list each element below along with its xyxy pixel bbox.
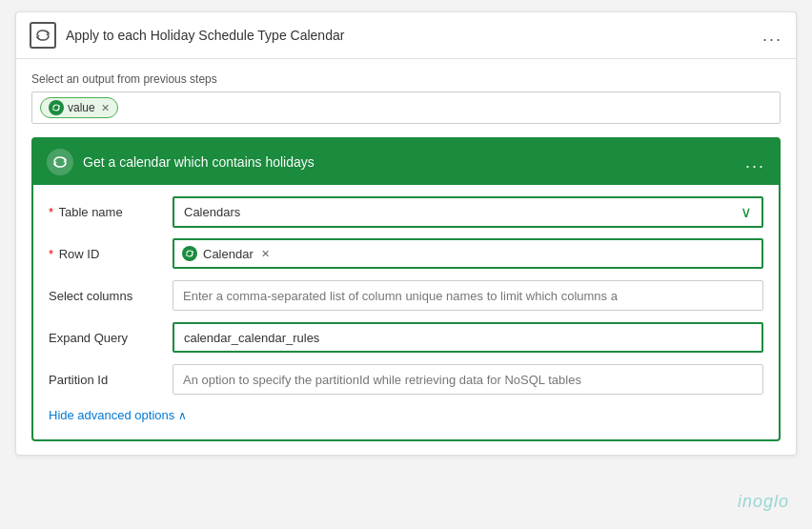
outer-card: Apply to each Holiday Schedule Type Cale…	[15, 11, 797, 456]
row-id-label: * Row ID	[49, 247, 173, 261]
row-id-input-wrap: Calendar ✕	[173, 238, 763, 269]
hide-advanced-button[interactable]: Hide advanced options ∧	[49, 404, 187, 426]
expand-query-row: Expand Query	[49, 320, 763, 355]
value-token: value ✕	[40, 97, 118, 118]
outer-header: Apply to each Holiday Schedule Type Cale…	[16, 12, 796, 59]
table-name-row: * Table name Calendars ∨	[49, 194, 763, 229]
table-name-dropdown[interactable]: Calendars ∨	[173, 196, 763, 228]
value-token-close[interactable]: ✕	[101, 102, 110, 114]
loop-icon	[30, 22, 56, 49]
watermark: inoglo	[738, 492, 789, 512]
table-name-label: * Table name	[49, 205, 173, 219]
required-star-2: *	[49, 247, 53, 261]
outer-body: Select an output from previous steps val…	[16, 59, 796, 455]
output-label: Select an output from previous steps	[31, 72, 781, 86]
table-name-value: Calendars	[184, 205, 240, 219]
expand-query-input-wrap	[173, 322, 763, 353]
table-name-input-wrap: Calendars ∨	[173, 196, 763, 228]
chevron-up-icon: ∧	[178, 409, 187, 422]
select-columns-input-wrap	[173, 280, 763, 311]
select-columns-label: Select columns	[49, 289, 173, 303]
outer-more-menu[interactable]: ...	[762, 27, 782, 44]
inner-card: Get a calendar which contains holidays .…	[31, 137, 781, 441]
dropdown-arrow-icon: ∨	[741, 203, 752, 221]
value-token-text: value	[68, 101, 95, 114]
row-id-row: * Row ID Calendar	[49, 236, 763, 271]
inner-body: * Table name Calendars ∨ * Row ID	[33, 185, 779, 439]
calendar-token-text: Calendar	[203, 247, 254, 261]
select-columns-input[interactable]	[173, 280, 763, 311]
row-id-field[interactable]: Calendar ✕	[173, 238, 763, 269]
value-token-icon	[49, 100, 64, 115]
outer-title: Apply to each Holiday Schedule Type Cale…	[66, 28, 753, 43]
partition-id-input[interactable]	[173, 364, 763, 395]
select-columns-row: Select columns	[49, 278, 763, 313]
calendar-token-icon	[182, 246, 197, 261]
partition-id-label: Partition Id	[49, 373, 173, 387]
required-star-1: *	[49, 205, 53, 219]
expand-query-input[interactable]	[173, 322, 763, 353]
expand-query-label: Expand Query	[49, 331, 173, 345]
hide-advanced-label: Hide advanced options	[49, 408, 174, 422]
dataverse-icon	[47, 149, 73, 175]
partition-id-input-wrap	[173, 364, 763, 395]
inner-title: Get a calendar which contains holidays	[83, 154, 736, 170]
output-token-input[interactable]: value ✕	[31, 92, 781, 124]
calendar-token-close[interactable]: ✕	[261, 248, 270, 260]
inner-header: Get a calendar which contains holidays .…	[33, 139, 779, 185]
inner-more-menu[interactable]: ...	[745, 153, 765, 171]
partition-id-row: Partition Id	[49, 362, 763, 397]
